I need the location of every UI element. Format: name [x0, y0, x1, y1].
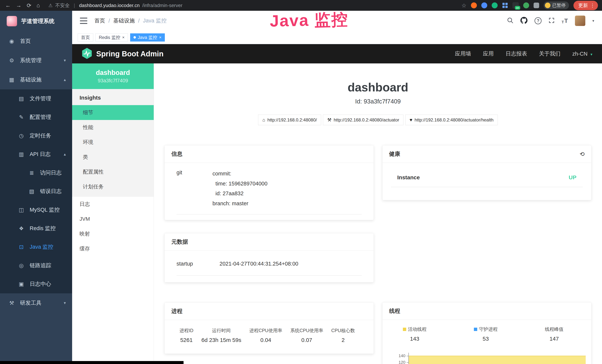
app-logo-row[interactable]: 芋道管理系统: [0, 11, 72, 32]
sba-item-environment[interactable]: 环境: [72, 135, 154, 150]
legend-swatch-blue: [474, 328, 477, 331]
clock-icon: ◷: [18, 133, 25, 139]
sidebar-item-redis-monitor[interactable]: ❖ Redis 监控: [0, 219, 72, 238]
health-url-link[interactable]: ♥ http://192.168.0.2:48080/actuator/heal…: [405, 115, 498, 125]
breadcrumb-infrastructure[interactable]: 基础设施: [113, 17, 135, 24]
sba-item-scheduled[interactable]: 计划任务: [72, 179, 154, 194]
search-icon[interactable]: [507, 17, 513, 24]
history-icon[interactable]: ⟲: [580, 150, 585, 158]
breadcrumb-home[interactable]: 首页: [94, 17, 105, 24]
extensions-puzzle-icon[interactable]: [534, 3, 539, 8]
sba-nav-journal[interactable]: 日志报表: [505, 50, 527, 57]
sba-nav-wallboard[interactable]: 应用墙: [455, 50, 471, 57]
info-card: 信息 git commit: time: 1596289704000 id: 2…: [164, 145, 374, 220]
fullscreen-icon[interactable]: [548, 17, 555, 24]
profile-paused-chip[interactable]: 已暂停: [544, 1, 569, 9]
tab-java-monitor[interactable]: Java 监控 ×: [130, 33, 165, 42]
sba-nav-about[interactable]: 关于我们: [539, 50, 560, 57]
sidebar-item-home[interactable]: ◉ 首页: [0, 32, 72, 51]
admin-menu: ◉ 首页 ⚙ 系统管理 ▾ ▦ 基础设施 ▴ ▤ 文件管理 ✎ 配置管理 ◷ 定…: [0, 32, 72, 313]
font-size-icon[interactable]: T T: [562, 17, 568, 24]
user-avatar[interactable]: [575, 16, 585, 26]
browser-back-icon[interactable]: ←: [5, 2, 11, 9]
browser-reload-icon[interactable]: ⟳: [27, 2, 31, 9]
sidebar-item-system[interactable]: ⚙ 系统管理 ▾: [0, 51, 72, 70]
sidebar-item-log-center[interactable]: ▣ 日志中心: [0, 275, 72, 293]
bookmark-star-icon[interactable]: ☆: [462, 2, 466, 9]
metric-value: 2: [331, 337, 355, 343]
tab-home[interactable]: 首页: [78, 33, 93, 42]
update-button[interactable]: 更新 ⋮: [573, 1, 598, 10]
sba-item-jvm[interactable]: JVM: [72, 212, 154, 226]
sidebar-item-config-management[interactable]: ✎ 配置管理: [0, 108, 72, 127]
log-icon: ▥: [18, 151, 25, 157]
sba-app-block[interactable]: dashboard 93a3fc7f7409: [72, 64, 154, 89]
extension-green-icon[interactable]: [492, 2, 498, 8]
sba-item-mappings[interactable]: 映射: [72, 226, 154, 241]
health-instance-row[interactable]: Instance UP: [391, 168, 583, 187]
link-text: http://192.168.0.2:48080/: [267, 117, 317, 123]
sba-app-name: dashboard: [96, 69, 130, 76]
sidebar-item-label: 首页: [20, 37, 31, 45]
sba-nav-applications[interactable]: 应用: [483, 50, 494, 57]
avatar-caret-icon[interactable]: ▾: [592, 19, 594, 23]
sidebar-item-error-log[interactable]: ▧ 错误日志: [0, 182, 72, 201]
extension-fox-icon[interactable]: [471, 2, 477, 8]
wrench-icon: ⚒: [327, 117, 331, 123]
gear-icon: ⚙: [8, 57, 15, 64]
sba-brand[interactable]: Spring Boot Admin: [96, 50, 163, 58]
sba-main: dashboard Id: 93a3fc7f7409 ⌂ http://192.…: [154, 64, 602, 364]
legend-swatch-yellow: [403, 328, 406, 331]
sba-item-logs[interactable]: 日志: [72, 197, 154, 212]
sidebar-item-access-log[interactable]: ≣ 访问日志: [0, 163, 72, 182]
extension-drop-icon[interactable]: [481, 2, 487, 8]
cards-left-column: 信息 git commit: time: 1596289704000 id: 2…: [164, 145, 374, 364]
sidebar-item-java-monitor[interactable]: ⊡ Java 监控: [0, 238, 72, 256]
sidebar-item-trace[interactable]: ◎ 链路追踪: [0, 256, 72, 275]
security-label[interactable]: 不安全: [55, 2, 70, 9]
legend-label: 活动线程: [408, 326, 427, 332]
metric-value: 5261: [180, 337, 193, 343]
legend-peak-threads: 线程峰值 147: [545, 326, 563, 342]
sba-item-details[interactable]: 细节: [72, 105, 154, 120]
sidebar-item-api-log[interactable]: ▥ API 日志 ▴: [0, 145, 72, 163]
hamburger-icon[interactable]: [80, 18, 87, 24]
url-path[interactable]: /infra/admin-server: [142, 3, 183, 8]
close-icon[interactable]: ×: [159, 35, 161, 40]
actuator-url-link[interactable]: ⚒ http://192.168.0.2:48080/actuator: [323, 115, 403, 125]
sidebar-item-file-management[interactable]: ▤ 文件管理: [0, 89, 72, 108]
card-title: 进程: [171, 307, 183, 315]
github-icon[interactable]: [520, 17, 527, 25]
extension-switch-icon[interactable]: on: [512, 2, 519, 9]
metric-label: 进程CPU使用率: [249, 327, 282, 334]
sidebar-item-mysql-monitor[interactable]: ◫ MySQL 监控: [0, 201, 72, 219]
document-icon: ≣: [28, 170, 35, 176]
edit-icon: ✎: [18, 114, 25, 120]
url-host[interactable]: dashboard.yudao.iocoder.cn: [79, 3, 140, 8]
metric-label: CPU核心数: [331, 327, 355, 334]
sidebar-item-infrastructure[interactable]: ▦ 基础设施 ▴: [0, 70, 72, 89]
health-card: 健康 ⟲ Instance UP: [382, 145, 592, 200]
sba-item-caches[interactable]: 缓存: [72, 241, 154, 256]
dashboard-icon: ◉: [8, 38, 15, 44]
sba-item-metrics[interactable]: 性能: [72, 120, 154, 135]
sba-locale-select[interactable]: zh-CN ▾: [572, 51, 592, 57]
sba-nav: 应用墙 应用 日志报表 关于我们 zh-CN ▾: [455, 50, 592, 57]
help-icon[interactable]: ?: [535, 17, 542, 24]
browser-forward-icon[interactable]: →: [16, 2, 22, 9]
service-url-link[interactable]: ⌂ http://192.168.0.2:48080/: [258, 115, 321, 125]
address-bar[interactable]: ⚠ 不安全 | dashboard.yudao.iocoder.cn/infra…: [48, 2, 183, 9]
extension-leaf-icon[interactable]: [523, 2, 529, 8]
font-size-big-glyph: T: [564, 17, 568, 24]
browser-home-icon[interactable]: ⌂: [36, 2, 40, 9]
browser-menu-dots-icon[interactable]: ⋮: [590, 3, 595, 8]
sba-item-classes[interactable]: 类: [72, 150, 154, 164]
process-metrics: 进程ID 5261 运行时间 6d 23h 15m 59s 进程CPU使用率 0…: [165, 320, 374, 353]
close-icon[interactable]: ×: [122, 35, 125, 40]
extension-grid-icon[interactable]: [502, 2, 508, 8]
tab-redis-monitor[interactable]: Redis 监控 ×: [96, 33, 128, 42]
sidebar-item-dev-tools[interactable]: ⚒ 研发工具 ▾: [0, 293, 72, 313]
sidebar-item-scheduled-tasks[interactable]: ◷ 定时任务: [0, 127, 72, 145]
sba-item-config-props[interactable]: 配置属性: [72, 164, 154, 179]
threads-card: 线程 活动线程 143 守护进程 53: [382, 302, 592, 364]
